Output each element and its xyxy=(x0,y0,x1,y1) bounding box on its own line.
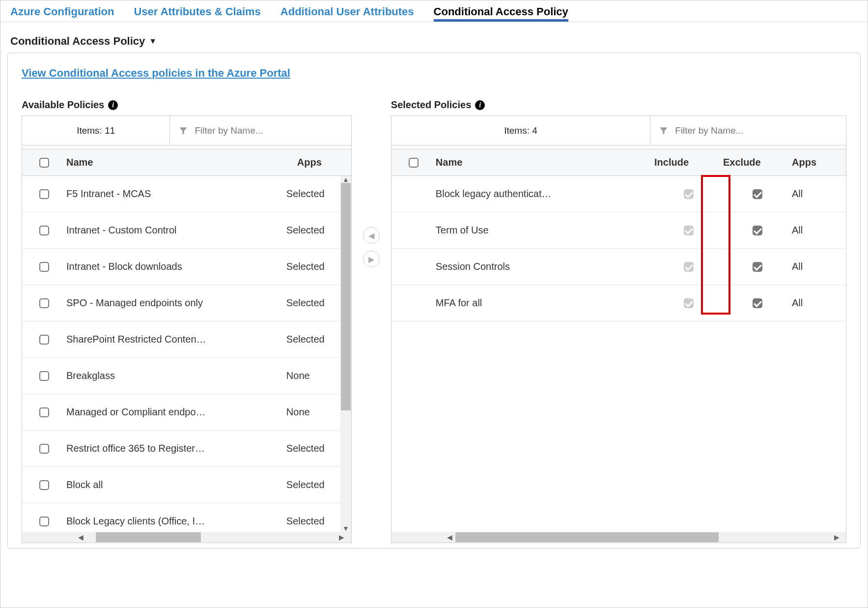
available-select-all-checkbox[interactable] xyxy=(39,158,49,168)
policy-name: Block Legacy clients (Office, I… xyxy=(66,516,286,527)
row-checkbox[interactable] xyxy=(39,371,49,381)
selected-title: Selected Policies xyxy=(391,99,471,111)
move-left-button[interactable]: ◀ xyxy=(363,227,380,244)
selected-select-all-checkbox[interactable] xyxy=(409,158,419,168)
apps-value: Selected xyxy=(286,261,340,272)
policy-name: Intranet - Block downloads xyxy=(66,261,286,272)
include-checkbox xyxy=(684,298,694,308)
scroll-left-icon[interactable]: ◀ xyxy=(76,532,85,543)
include-checkbox xyxy=(684,226,694,235)
available-items-count: Items: 11 xyxy=(22,116,170,145)
filter-icon xyxy=(178,126,189,136)
horizontal-scrollbar[interactable]: ◀ ▶ xyxy=(392,532,846,543)
selected-policies-column: Selected Policies i Items: 4 Name xyxy=(391,99,846,543)
policy-name: MFA for all xyxy=(436,297,654,309)
row-checkbox[interactable] xyxy=(39,262,49,272)
tab-conditional-access-policy[interactable]: Conditional Access Policy xyxy=(434,5,568,22)
transfer-buttons: ◀ ▶ xyxy=(362,99,381,267)
available-policies-column: Available Policies i Items: 11 Name xyxy=(22,99,352,543)
info-icon[interactable]: i xyxy=(475,100,485,110)
col-header-apps[interactable]: Apps xyxy=(792,157,846,168)
exclude-checkbox[interactable] xyxy=(753,298,762,308)
selected-items-count: Items: 4 xyxy=(392,116,650,145)
apps-value: Selected xyxy=(286,479,340,491)
vertical-scrollbar[interactable]: ▲ ▼ xyxy=(340,176,351,532)
row-checkbox[interactable] xyxy=(39,480,49,490)
selected-filter-input[interactable] xyxy=(675,125,838,136)
scroll-up-icon[interactable]: ▲ xyxy=(340,176,351,183)
col-header-include[interactable]: Include xyxy=(654,157,723,168)
exclude-checkbox[interactable] xyxy=(753,262,762,272)
col-header-name[interactable]: Name xyxy=(66,157,297,168)
row-checkbox[interactable] xyxy=(39,189,49,199)
policy-name: Session Controls xyxy=(436,261,654,272)
caret-down-icon: ▼ xyxy=(149,37,157,46)
scroll-left-icon[interactable]: ◀ xyxy=(446,532,454,543)
scrollbar-thumb[interactable] xyxy=(455,532,719,542)
col-header-apps[interactable]: Apps xyxy=(297,157,351,168)
move-right-button[interactable]: ▶ xyxy=(363,251,380,267)
apps-value: Selected xyxy=(286,225,340,236)
row-checkbox[interactable] xyxy=(39,444,49,454)
tab-user-attributes-claims[interactable]: User Attributes & Claims xyxy=(134,5,260,22)
col-header-name[interactable]: Name xyxy=(436,157,654,168)
apps-value: All xyxy=(792,261,846,272)
table-row[interactable]: SharePoint Restricted Conten…Selected xyxy=(22,321,340,358)
row-checkbox[interactable] xyxy=(39,298,49,308)
scrollbar-thumb[interactable] xyxy=(96,532,201,542)
policy-name: Term of Use xyxy=(436,225,654,236)
table-row[interactable]: Block Legacy clients (Office, I…Selected xyxy=(22,503,340,532)
apps-value: All xyxy=(792,188,846,200)
scrollbar-thumb[interactable] xyxy=(341,183,351,410)
exclude-checkbox[interactable] xyxy=(753,189,762,199)
include-checkbox xyxy=(684,189,694,199)
policy-name: Intranet - Custom Control xyxy=(66,225,286,236)
apps-value: All xyxy=(792,297,846,309)
include-checkbox xyxy=(684,262,694,272)
row-checkbox[interactable] xyxy=(39,517,49,526)
table-row[interactable]: Intranet - Custom ControlSelected xyxy=(22,212,340,249)
tab-azure-configuration[interactable]: Azure Configuration xyxy=(10,5,114,22)
table-row[interactable]: Restrict office 365 to Register…Selected xyxy=(22,431,340,467)
scroll-down-icon[interactable]: ▼ xyxy=(340,525,351,532)
table-row[interactable]: Term of UseAll xyxy=(392,212,846,249)
policy-name: SPO - Managed endpoints only xyxy=(66,297,286,309)
horizontal-scrollbar[interactable]: ◀ ▶ xyxy=(22,532,351,543)
row-checkbox[interactable] xyxy=(39,407,49,417)
scroll-right-icon[interactable]: ▶ xyxy=(337,532,346,543)
available-filter-input[interactable] xyxy=(195,125,343,136)
apps-value: Selected xyxy=(286,297,340,309)
table-row[interactable]: Intranet - Block downloadsSelected xyxy=(22,249,340,285)
table-row[interactable]: Session ControlsAll xyxy=(392,249,846,285)
filter-icon xyxy=(658,126,669,136)
table-row[interactable]: BreakglassNone xyxy=(22,358,340,394)
row-checkbox[interactable] xyxy=(39,335,49,345)
available-title: Available Policies xyxy=(22,99,104,111)
table-row[interactable]: MFA for allAll xyxy=(392,285,846,321)
policy-panel: View Conditional Access policies in the … xyxy=(7,53,861,549)
table-row[interactable]: Block legacy authenticat…All xyxy=(392,176,846,212)
table-row[interactable]: F5 Intranet - MCASSelected xyxy=(22,176,340,212)
policy-name: SharePoint Restricted Conten… xyxy=(66,334,286,345)
apps-value: Selected xyxy=(286,516,340,527)
row-checkbox[interactable] xyxy=(39,226,49,235)
scroll-right-icon[interactable]: ▶ xyxy=(832,532,841,543)
tab-additional-user-attributes[interactable]: Additional User Attributes xyxy=(280,5,414,22)
table-row[interactable]: SPO - Managed endpoints onlySelected xyxy=(22,285,340,321)
apps-value: All xyxy=(792,225,846,236)
policy-name: Block legacy authenticat… xyxy=(436,188,654,200)
section-header[interactable]: Conditional Access Policy ▼ xyxy=(0,22,868,53)
exclude-checkbox[interactable] xyxy=(753,226,762,235)
table-row[interactable]: Managed or Compliant endpo…None xyxy=(22,394,340,431)
info-icon[interactable]: i xyxy=(108,100,118,110)
section-title: Conditional Access Policy xyxy=(10,35,145,48)
col-header-exclude[interactable]: Exclude xyxy=(723,157,792,168)
apps-value: None xyxy=(286,406,340,418)
policy-name: Restrict office 365 to Register… xyxy=(66,443,286,454)
policy-name: F5 Intranet - MCAS xyxy=(66,188,286,200)
policy-name: Breakglass xyxy=(66,370,286,381)
view-policies-link[interactable]: View Conditional Access policies in the … xyxy=(22,67,290,79)
tab-bar: Azure Configuration User Attributes & Cl… xyxy=(0,0,868,22)
apps-value: Selected xyxy=(286,443,340,454)
table-row[interactable]: Block allSelected xyxy=(22,467,340,503)
